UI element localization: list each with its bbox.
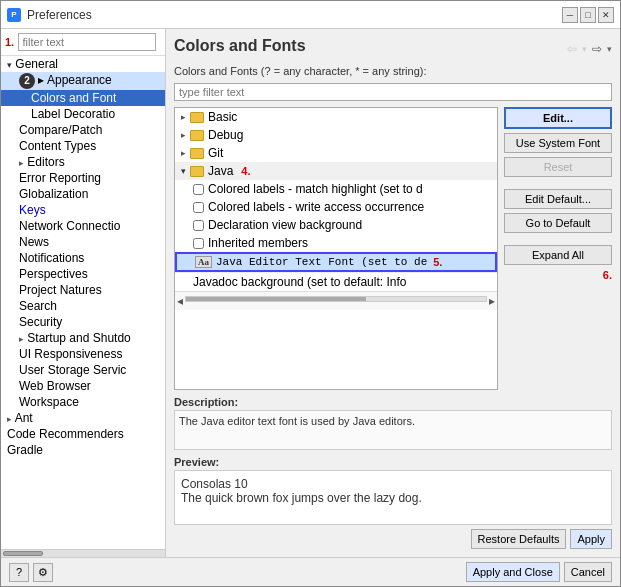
font-item-java-editor[interactable]: Aa Java Editor Text Font (set to de 5. xyxy=(175,252,497,272)
sidebar-item-notifications[interactable]: Notifications xyxy=(1,250,165,266)
sidebar-item-gradle[interactable]: Gradle xyxy=(1,442,165,458)
sidebar-item-globalization[interactable]: Globalization xyxy=(1,186,165,202)
sidebar-ui-resp-label: UI Responsiveness xyxy=(19,347,122,361)
help-button[interactable]: ? xyxy=(9,563,29,582)
sidebar-item-ant[interactable]: ▸ Ant xyxy=(1,410,165,426)
right-buttons-panel: Edit... Use System Font Reset Edit Defau… xyxy=(504,107,612,390)
font-item-inherited[interactable]: Inherited members xyxy=(175,234,497,252)
use-system-font-button[interactable]: Use System Font xyxy=(504,133,612,153)
description-text: The Java editor text font is used by Jav… xyxy=(174,410,612,450)
decl-view-checkbox[interactable] xyxy=(193,220,204,231)
sidebar-item-error-reporting[interactable]: Error Reporting xyxy=(1,170,165,186)
font-item-javadoc[interactable]: Javadoc background (set to default: Info xyxy=(175,272,497,291)
btn-spacer xyxy=(504,181,612,185)
sidebar-item-network[interactable]: Network Connectio xyxy=(1,218,165,234)
preview-line2: The quick brown fox jumps over the lazy … xyxy=(181,491,605,505)
sidebar-item-startup[interactable]: ▸ Startup and Shutdo xyxy=(1,330,165,346)
inherited-checkbox[interactable] xyxy=(193,238,204,249)
sidebar-item-appearance[interactable]: 2 ▸ Appearance xyxy=(1,72,165,90)
apply-close-button[interactable]: Apply and Close xyxy=(466,562,560,582)
sidebar-item-keys[interactable]: Keys xyxy=(1,202,165,218)
preview-line1: Consolas 10 xyxy=(181,477,605,491)
sidebar-keys-label: Keys xyxy=(19,203,46,217)
scrollbar-thumb-h xyxy=(186,297,366,301)
sidebar-item-news[interactable]: News xyxy=(1,234,165,250)
preview-label: Preview: xyxy=(174,456,612,468)
reset-button[interactable]: Reset xyxy=(504,157,612,177)
font-item-colored-write[interactable]: Colored labels - write access occurrence xyxy=(175,198,497,216)
minimize-button[interactable]: ─ xyxy=(562,7,578,23)
sidebar-scrollbar[interactable] xyxy=(1,549,165,557)
font-tree-item-basic[interactable]: ▸ Basic xyxy=(175,108,497,126)
btn-spacer2 xyxy=(504,237,612,241)
font-filter-input[interactable] xyxy=(174,83,612,101)
scroll-left-icon[interactable]: ◂ xyxy=(177,294,183,308)
java-label: Java xyxy=(208,164,233,178)
colored-write-checkbox[interactable] xyxy=(193,202,204,213)
debug-label: Debug xyxy=(208,128,243,142)
chevron-right-icon: ▸ xyxy=(38,73,44,87)
maximize-button[interactable]: □ xyxy=(580,7,596,23)
scrollbar-thumb[interactable] xyxy=(3,551,43,556)
title-bar: P Preferences ─ □ ✕ xyxy=(1,1,620,29)
colored-match-label: Colored labels - match highlight (set to… xyxy=(208,182,423,196)
app-icon: P xyxy=(7,8,21,22)
edit-button[interactable]: Edit... xyxy=(504,107,612,129)
sidebar-item-user-storage[interactable]: User Storage Servic xyxy=(1,362,165,378)
apply-button[interactable]: Apply xyxy=(570,529,612,549)
horizontal-scrollbar[interactable] xyxy=(185,296,487,302)
step2-badge: 2 xyxy=(19,73,35,89)
footer-left: ? ⚙ xyxy=(9,563,462,582)
cancel-button[interactable]: Cancel xyxy=(564,562,612,582)
sidebar-general-label: General xyxy=(15,57,58,71)
sidebar-item-search[interactable]: Search xyxy=(1,298,165,314)
font-item-colored-match[interactable]: Colored labels - match highlight (set to… xyxy=(175,180,497,198)
java-editor-font-label: Java Editor Text Font (set to de xyxy=(216,256,427,268)
font-tree-item-debug[interactable]: ▸ Debug xyxy=(175,126,497,144)
sidebar-item-workspace[interactable]: Workspace xyxy=(1,394,165,410)
sidebar-item-code-recommenders[interactable]: Code Recommenders xyxy=(1,426,165,442)
step4-label: 4. xyxy=(241,165,250,177)
sidebar-colors-fonts-label: Colors and Font xyxy=(31,91,116,105)
edit-default-button[interactable]: Edit Default... xyxy=(504,189,612,209)
sidebar-item-compare[interactable]: Compare/Patch xyxy=(1,122,165,138)
font-tree-item-git[interactable]: ▸ Git xyxy=(175,144,497,162)
chevron-right-icon: ▸ xyxy=(19,334,24,344)
sidebar-item-colors-fonts[interactable]: Colors and Font xyxy=(1,90,165,106)
sidebar-item-ui-resp[interactable]: UI Responsiveness xyxy=(1,346,165,362)
expand-all-button[interactable]: Expand All xyxy=(504,245,612,265)
sidebar-workspace-label: Workspace xyxy=(19,395,79,409)
sidebar-item-label-deco[interactable]: Label Decoratio xyxy=(1,106,165,122)
font-tree-item-java[interactable]: ▾ Java 4. xyxy=(175,162,497,180)
scroll-right-icon[interactable]: ▸ xyxy=(489,294,495,308)
forward-arrow-icon[interactable]: ⇨ xyxy=(589,41,605,57)
sidebar-item-perspectives[interactable]: Perspectives xyxy=(1,266,165,282)
sidebar-content-types-label: Content Types xyxy=(19,139,96,153)
go-to-default-button[interactable]: Go to Default xyxy=(504,213,612,233)
description-area: Description: The Java editor text font i… xyxy=(174,396,612,450)
sidebar-item-web-browser[interactable]: Web Browser xyxy=(1,378,165,394)
sidebar-item-content-types[interactable]: Content Types xyxy=(1,138,165,154)
folder-icon xyxy=(190,112,204,123)
inherited-label: Inherited members xyxy=(208,236,308,250)
nav-dropdown-icon[interactable]: ▾ xyxy=(607,44,612,54)
colored-match-checkbox[interactable] xyxy=(193,184,204,195)
sidebar-item-general[interactable]: ▾ General xyxy=(1,56,165,72)
chevron-down-icon: ▾ xyxy=(181,166,186,176)
filter-input[interactable] xyxy=(18,33,156,51)
sidebar-error-label: Error Reporting xyxy=(19,171,101,185)
back-arrow-icon[interactable]: ⇦ xyxy=(564,41,580,57)
filter-area: 1. xyxy=(1,29,165,56)
tree-scroll-bar[interactable]: ◂ ▸ xyxy=(175,291,497,310)
sidebar-item-project-natures[interactable]: Project Natures xyxy=(1,282,165,298)
close-button[interactable]: ✕ xyxy=(598,7,614,23)
folder-icon xyxy=(190,166,204,177)
restore-defaults-button[interactable]: Restore Defaults xyxy=(471,529,567,549)
font-item-decl-view[interactable]: Declaration view background xyxy=(175,216,497,234)
settings-button[interactable]: ⚙ xyxy=(33,563,53,582)
sidebar-item-security[interactable]: Security xyxy=(1,314,165,330)
sidebar-appearance-label: Appearance xyxy=(47,73,112,87)
sidebar-item-editors[interactable]: ▸ Editors xyxy=(1,154,165,170)
sidebar-startup-label: Startup and Shutdo xyxy=(27,331,130,345)
sidebar-notifications-label: Notifications xyxy=(19,251,84,265)
